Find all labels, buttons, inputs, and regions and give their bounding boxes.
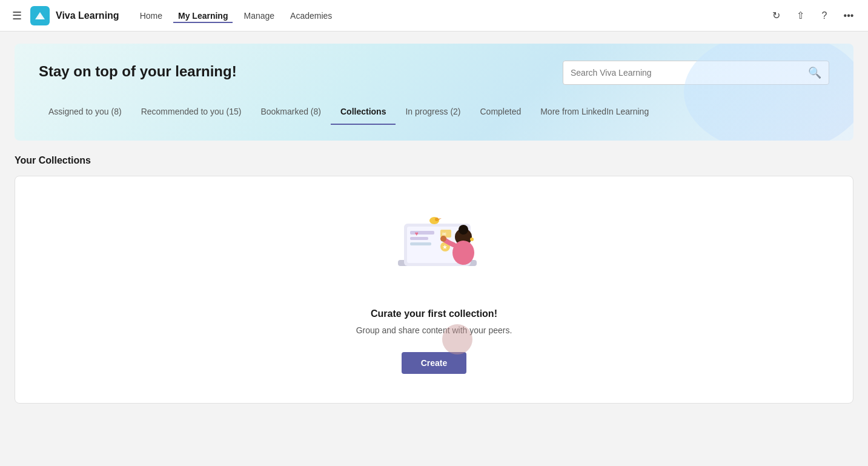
svg-point-19 — [470, 238, 474, 241]
topbar-left: ☰ Viva Learning Home My Learning Manage … — [10, 6, 757, 25]
search-icon: 🔍 — [808, 66, 821, 79]
empty-state-card: ♥ ★ ✉ — [15, 176, 853, 404]
help-button[interactable]: ? — [815, 6, 834, 25]
svg-point-18 — [440, 236, 446, 242]
app-logo — [30, 6, 50, 25]
search-bar-container: 🔍 — [563, 61, 829, 85]
nav-home[interactable]: Home — [135, 8, 167, 23]
more-icon: ••• — [844, 10, 854, 21]
search-bar: 🔍 — [563, 61, 829, 85]
section-title: Your Collections — [15, 155, 853, 166]
main-content: Stay on top of your learning! 🔍 Assigned… — [0, 32, 868, 466]
illustration: ♥ ★ ✉ — [374, 205, 495, 296]
empty-title: Curate your first collection! — [371, 308, 497, 319]
svg-rect-6 — [410, 242, 431, 245]
svg-rect-4 — [410, 231, 434, 235]
hero-title: Stay on top of your learning! — [39, 63, 829, 80]
topbar-right: ↻ ⇧ ? ••• — [766, 6, 858, 25]
share-icon: ⇧ — [797, 10, 804, 21]
svg-marker-14 — [439, 218, 442, 220]
tab-collections[interactable]: Collections — [331, 99, 396, 125]
refresh-button[interactable]: ↻ — [766, 6, 786, 25]
nav-manage[interactable]: Manage — [239, 8, 279, 23]
empty-desc: Group and share content with your peers. — [356, 325, 512, 335]
more-button[interactable]: ••• — [839, 6, 858, 25]
hamburger-icon[interactable]: ☰ — [10, 7, 24, 25]
share-button[interactable]: ⇧ — [790, 6, 810, 25]
nav-my-learning[interactable]: My Learning — [173, 8, 233, 23]
nav-academies[interactable]: Academies — [285, 8, 337, 23]
tab-linkedin[interactable]: More from LinkedIn Learning — [531, 99, 658, 125]
app-name: Viva Learning — [56, 10, 119, 21]
refresh-icon: ↻ — [772, 10, 780, 21]
create-button[interactable]: Create — [402, 352, 467, 374]
hero-banner: Stay on top of your learning! 🔍 Assigned… — [15, 44, 853, 141]
topbar: ☰ Viva Learning Home My Learning Manage … — [0, 0, 868, 32]
tab-assigned[interactable]: Assigned to you (8) — [39, 99, 131, 125]
svg-point-13 — [435, 218, 439, 221]
help-icon: ? — [822, 10, 827, 21]
svg-rect-5 — [410, 237, 428, 240]
tab-bookmarked[interactable]: Bookmarked (8) — [251, 99, 331, 125]
svg-point-16 — [459, 225, 468, 235]
tab-in-progress[interactable]: In progress (2) — [396, 99, 470, 125]
tab-recommended[interactable]: Recommended to you (15) — [131, 99, 251, 125]
create-button-wrapper: Create — [402, 352, 467, 374]
tab-completed[interactable]: Completed — [471, 99, 531, 125]
tabs-row: Assigned to you (8) Recommended to you (… — [39, 95, 829, 125]
svg-text:♥: ♥ — [415, 230, 419, 237]
svg-text:★: ★ — [442, 244, 448, 250]
search-input[interactable] — [571, 68, 803, 78]
